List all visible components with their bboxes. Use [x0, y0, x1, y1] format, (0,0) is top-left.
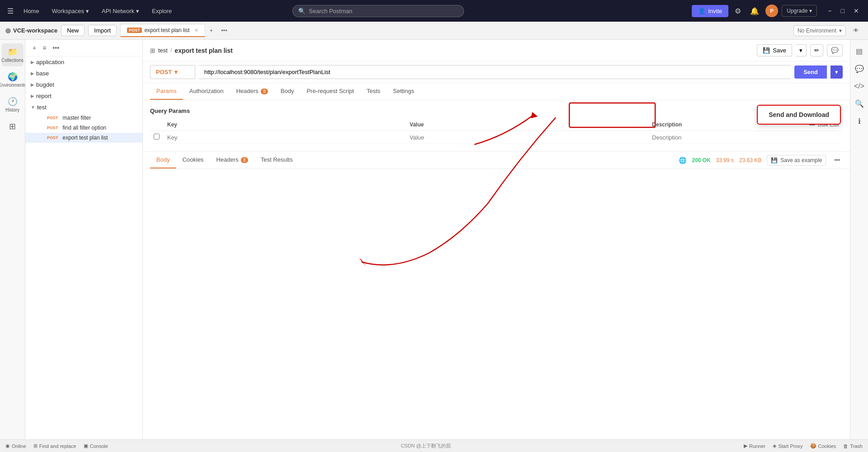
menu-icon[interactable]: ☰ [5, 5, 15, 17]
request-item-master-filter[interactable]: POST master filter [25, 113, 142, 123]
response-more-button[interactable]: ••• [831, 155, 843, 165]
start-proxy-button[interactable]: ◈ Start Proxy [773, 443, 802, 449]
active-tab[interactable]: POST export test plan list ✕ [120, 24, 205, 37]
import-button[interactable]: Import [88, 25, 117, 36]
nav-home[interactable]: Home [19, 5, 44, 17]
search-icon[interactable]: 🔍 [851, 96, 868, 112]
request-label: find all filter option [63, 125, 107, 131]
key-input[interactable] [167, 134, 403, 141]
edit-button[interactable]: ✏ [810, 44, 823, 56]
method-select[interactable]: POST ▾ [150, 65, 195, 79]
workspace-name[interactable]: ◎ VCE-workspace [5, 27, 57, 34]
comment-button[interactable]: 💬 [827, 44, 843, 56]
comment-icon[interactable]: 💬 [851, 61, 868, 77]
new-button[interactable]: New [61, 25, 84, 36]
resp-tab-body[interactable]: Body [150, 152, 176, 168]
search-placeholder: Search Postman [309, 8, 352, 14]
right-sidebar: ▤ 💬 </> 🔍 ℹ [850, 40, 868, 452]
find-replace-icon: ⊞ [33, 443, 38, 449]
table-row [150, 131, 843, 144]
tab-label: export test plan list [145, 27, 190, 33]
search-bar[interactable]: 🔍 Search Postman [292, 5, 464, 17]
history-label: History [5, 107, 19, 112]
maximize-button[interactable]: □ [837, 5, 848, 16]
tab-close-icon[interactable]: ✕ [194, 28, 198, 33]
sidebar-item-mock[interactable]: ⊞ [2, 118, 23, 136]
tree-item-test[interactable]: ▼ test [25, 102, 142, 113]
code-icon[interactable]: </> [850, 79, 868, 94]
tab-authorization[interactable]: Authorization [183, 83, 230, 100]
close-button[interactable]: ✕ [850, 5, 863, 16]
request-label: master filter [63, 115, 91, 121]
new-tab-button[interactable]: + [206, 25, 217, 36]
nav-explore[interactable]: Explore [147, 5, 176, 17]
tab-body[interactable]: Body [274, 83, 300, 100]
sidebar-item-history[interactable]: 🕐 History [2, 93, 23, 116]
minimize-button[interactable]: − [824, 5, 835, 16]
console-button[interactable]: ▣ Console [84, 443, 108, 449]
add-collection-button[interactable]: + [31, 43, 38, 52]
avatar[interactable]: P [765, 5, 778, 17]
row-key[interactable] [164, 131, 406, 144]
tab-settings[interactable]: Settings [387, 83, 421, 100]
sidebar-item-environments[interactable]: 🌍 Environments [2, 68, 23, 91]
notifications-icon[interactable]: 🔔 [747, 4, 762, 18]
description-input[interactable] [652, 134, 839, 141]
tab-tests[interactable]: Tests [360, 83, 386, 100]
save-dropdown-button[interactable]: ▾ [796, 44, 807, 56]
send-download-popup[interactable]: Send and Download [757, 105, 841, 125]
cookies-button[interactable]: 🍪 Cookies [810, 443, 836, 449]
invite-button[interactable]: 👤 Invite [692, 5, 728, 17]
request-item-find-all-filter[interactable]: POST find all filter option [25, 123, 142, 133]
collections-icon: 📁 [8, 47, 18, 57]
console-icon: ▣ [84, 443, 88, 449]
nav-workspaces[interactable]: Workspaces ▾ [47, 5, 94, 17]
tree-item-report[interactable]: ▶ report [25, 90, 142, 102]
nav-api-network[interactable]: API Network ▾ [97, 5, 144, 17]
environment-select[interactable]: No Environment ▾ [793, 25, 846, 36]
right-panel-icon[interactable]: ▤ [852, 43, 866, 59]
tree-item-application[interactable]: ▶ application [25, 56, 142, 68]
send-dropdown-button[interactable]: ▾ [830, 65, 843, 79]
row-checkbox[interactable] [154, 134, 160, 140]
response-time: 33.99 s [716, 157, 734, 163]
online-status[interactable]: ◉ Online [5, 443, 26, 449]
request-label: export test plan list [63, 135, 108, 141]
sidebar-item-collections[interactable]: 📁 Collections [2, 43, 23, 66]
collections-more-button[interactable]: ••• [51, 43, 61, 52]
tree-item-bugdet[interactable]: ▶ bugdet [25, 79, 142, 90]
url-input[interactable] [199, 65, 791, 79]
upgrade-button[interactable]: Upgrade ▾ [782, 5, 817, 17]
save-button[interactable]: 💾 Save [757, 44, 792, 56]
request-header: ⊞ test / export test plan list 💾 Save ▾ … [143, 40, 850, 61]
info-icon[interactable]: ℹ [854, 113, 864, 129]
tabs-more-button[interactable]: ••• [217, 25, 231, 36]
row-value[interactable] [406, 131, 649, 144]
filter-button[interactable]: ≡ [41, 43, 48, 52]
send-button[interactable]: Send [794, 65, 827, 79]
environments-icon: 🌍 [8, 72, 18, 82]
tab-headers[interactable]: Headers 8 [230, 83, 274, 100]
status-info: 🌐 200 OK 33.99 s 23.63 KB 💾 Save as exam… [679, 155, 843, 166]
method-badge-post: POST [45, 125, 60, 130]
row-description[interactable] [648, 131, 843, 144]
resp-tab-headers[interactable]: Headers 8 [210, 152, 254, 168]
resp-tab-test-results[interactable]: Test Results [254, 152, 299, 168]
resp-tab-cookies[interactable]: Cookies [176, 152, 210, 168]
runner-button[interactable]: ▶ Runner [744, 443, 765, 449]
value-input[interactable] [410, 134, 645, 141]
save-example-button[interactable]: 💾 Save as example [767, 155, 826, 166]
tab-params[interactable]: Params [150, 83, 183, 100]
request-item-export-test-plan[interactable]: POST export test plan list [25, 133, 142, 143]
find-replace-button[interactable]: ⊞ Find and replace [33, 443, 76, 449]
tab-pre-request[interactable]: Pre-request Script [300, 83, 361, 100]
workspacebar: ◎ VCE-workspace New Import POST export t… [0, 22, 868, 40]
env-eye-icon[interactable]: 👁 [849, 25, 863, 36]
settings-icon[interactable]: ⚙ [732, 4, 744, 18]
headers-badge: 8 [261, 89, 268, 94]
watermark: CSDN @上下翻飞的屁 [401, 443, 451, 449]
tree-item-base[interactable]: ▶ base [25, 68, 142, 79]
row-check[interactable] [150, 131, 164, 144]
trash-button[interactable]: 🗑 Trash [843, 443, 863, 449]
topbar: ☰ Home Workspaces ▾ API Network ▾ Explor… [0, 0, 868, 22]
